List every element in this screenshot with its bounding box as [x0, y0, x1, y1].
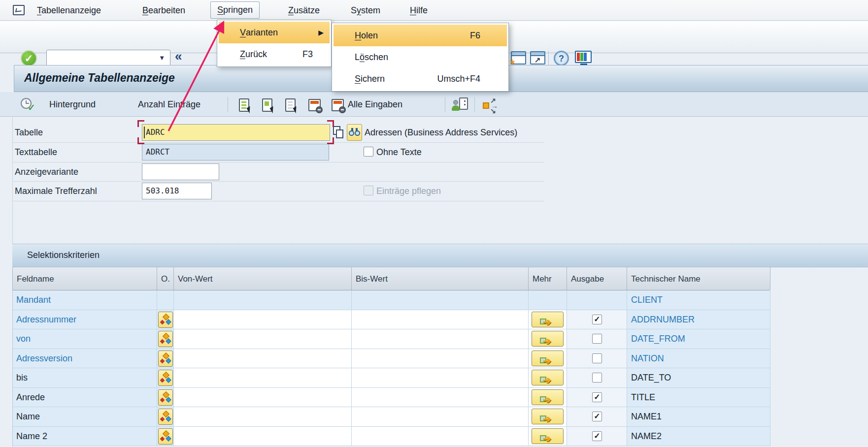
field-name[interactable]: Name 2: [13, 427, 157, 447]
technical-name[interactable]: NAME1: [627, 407, 770, 427]
selection-options-button[interactable]: [158, 389, 173, 406]
chevron-down-icon[interactable]: ▼: [159, 54, 165, 62]
delete-all-selections-icon[interactable]: [332, 99, 344, 111]
select-all-icon[interactable]: [239, 98, 249, 112]
technical-name[interactable]: ADDRNUMBER: [627, 310, 770, 330]
more-button[interactable]: ➔: [532, 428, 564, 444]
selection-options-button[interactable]: [158, 428, 173, 445]
von-wert-input[interactable]: [174, 368, 352, 388]
field-name[interactable]: bis: [13, 368, 157, 388]
field-name[interactable]: Adressversion: [13, 349, 157, 369]
execute-icon[interactable]: ✓: [21, 98, 33, 111]
bis-wert-input[interactable]: [352, 388, 529, 408]
display-variant-input[interactable]: [142, 163, 219, 180]
von-wert-input[interactable]: [174, 349, 352, 369]
menu-zusaetze[interactable]: Zusätze: [288, 0, 320, 21]
page-title: Allgemeine Tabellenanzeige: [24, 71, 175, 85]
selection-options-button[interactable]: [158, 370, 173, 386]
toolbar-separator: [548, 51, 549, 66]
selection-options-button[interactable]: [158, 312, 173, 328]
shortcut-label: F3: [302, 49, 330, 60]
copy-icon[interactable]: [333, 126, 346, 140]
output-checkbox[interactable]: ✓: [592, 315, 602, 324]
new-session-icon[interactable]: ✶: [511, 51, 526, 64]
bis-wert-input[interactable]: [352, 368, 529, 388]
max-hits-input[interactable]: 503.018: [142, 183, 212, 199]
all-inputs-button[interactable]: Alle Eingaben: [348, 92, 402, 117]
technical-name[interactable]: CLIENT: [627, 290, 770, 310]
col-von-wert: Von-Wert: [174, 267, 352, 290]
menu-item-loeschen[interactable]: Löschen: [334, 46, 507, 68]
more-button[interactable]: ➔: [532, 312, 564, 327]
find-table-button[interactable]: [347, 124, 362, 141]
customize-layout-icon[interactable]: [575, 51, 593, 66]
selection-options-button[interactable]: [158, 331, 173, 347]
output-checkbox[interactable]: [592, 353, 602, 363]
without-texts-checkbox[interactable]: [364, 147, 373, 157]
more-button[interactable]: ➔: [532, 370, 564, 385]
select-block-icon[interactable]: [262, 98, 272, 112]
maintain-entries-checkbox: [364, 186, 373, 195]
create-shortcut-icon[interactable]: ↗: [530, 51, 545, 64]
more-button[interactable]: ➔: [532, 389, 564, 405]
field-name[interactable]: Name: [13, 407, 157, 427]
von-wert-input[interactable]: [174, 407, 352, 427]
field-name[interactable]: Anrede: [13, 388, 157, 408]
delete-selection-icon[interactable]: [308, 99, 321, 111]
more-button[interactable]: ➔: [532, 331, 564, 347]
bis-wert-input[interactable]: [352, 310, 529, 330]
table-input[interactable]: ADRC: [142, 124, 330, 141]
field-name[interactable]: Adressnummer: [13, 310, 157, 330]
entry-count-button[interactable]: Anzahl Einträge: [138, 92, 200, 117]
user-parameters-icon[interactable]: [452, 97, 468, 112]
command-field[interactable]: ▼: [46, 50, 170, 67]
menu-tabellenanzeige[interactable]: Tabellenanzeige: [37, 0, 101, 21]
more-button[interactable]: ➔: [532, 351, 564, 366]
output-checkbox[interactable]: ✓: [592, 431, 602, 441]
toolbar-separator: [445, 97, 445, 112]
menu-item-zurueck[interactable]: Zurück F3: [219, 43, 330, 65]
field-name[interactable]: Mandant: [13, 290, 157, 310]
von-wert-input[interactable]: [174, 427, 352, 447]
background-button[interactable]: Hintergrund: [49, 92, 96, 117]
technical-name[interactable]: TITLE: [627, 388, 770, 408]
von-wert-input[interactable]: [174, 310, 352, 330]
technical-name[interactable]: NAME2: [627, 427, 770, 447]
enter-button[interactable]: ✓: [21, 50, 37, 66]
technical-name[interactable]: DATE_TO: [627, 368, 770, 388]
system-menu-icon[interactable]: [13, 5, 25, 15]
output-checkbox[interactable]: ✓: [592, 412, 602, 421]
table-label: Tabelle: [15, 124, 43, 141]
selection-options-button[interactable]: [158, 409, 173, 425]
von-wert-input[interactable]: [174, 329, 352, 349]
menu-item-holen[interactable]: Holen F6: [334, 25, 507, 46]
more-button[interactable]: ➔: [532, 409, 564, 424]
focus-bracket: [327, 137, 334, 144]
menu-item-sichern[interactable]: Sichern Umsch+F4: [334, 68, 507, 90]
bis-wert-input[interactable]: [352, 427, 529, 447]
table-header-row: Feldname O. Von-Wert Bis-Wert Mehr Ausga…: [12, 267, 770, 290]
col-tech-name: Technischer Name: [627, 267, 770, 290]
export-icon[interactable]: ↗ → ↘: [483, 98, 502, 113]
technical-name[interactable]: DATE_FROM: [627, 329, 770, 349]
von-wert-input[interactable]: [174, 388, 352, 408]
menu-system[interactable]: System: [351, 0, 380, 21]
menu-item-varianten[interactable]: Varianten ▶: [219, 22, 330, 43]
collapse-toolbar-button[interactable]: «: [175, 49, 182, 64]
field-name[interactable]: von: [13, 329, 157, 349]
bis-wert-input[interactable]: [352, 349, 529, 369]
table-row: bis ➔ DATE_TO: [12, 368, 770, 388]
output-checkbox[interactable]: [592, 334, 602, 344]
technical-name[interactable]: NATION: [627, 349, 770, 369]
output-checkbox[interactable]: ✓: [592, 392, 602, 402]
selection-options-button[interactable]: [158, 351, 173, 367]
deselect-all-icon[interactable]: [285, 98, 296, 112]
output-checkbox[interactable]: [592, 373, 602, 383]
bis-wert-input[interactable]: [352, 407, 529, 427]
help-icon[interactable]: ?: [554, 51, 569, 66]
menu-springen[interactable]: Springen: [210, 1, 260, 19]
menu-hilfe[interactable]: Hilfe: [410, 0, 428, 21]
menu-bearbeiten[interactable]: Bearbeiten: [142, 0, 185, 21]
bis-wert-input[interactable]: [352, 329, 529, 349]
bis-wert-cell: [352, 290, 529, 310]
